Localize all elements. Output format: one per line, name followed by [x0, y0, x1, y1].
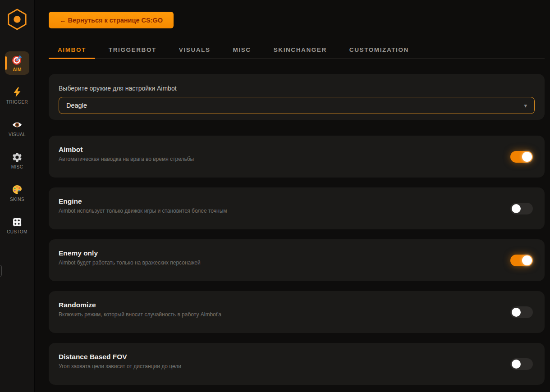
setting-card-randomize: Randomize Включить режим, который вносит… — [49, 291, 545, 333]
setting-description: Включить режим, который вносит случайнос… — [59, 311, 221, 318]
setting-title: Aimbot — [59, 146, 194, 154]
app-window: AIM TRIGGER VISUAL — [0, 0, 550, 385]
toggle-randomize[interactable] — [510, 306, 533, 318]
main-content: ← Вернуться к странице CS:GO AIMBOT TRIG… — [36, 0, 550, 385]
sidebar-item-label: VISUAL — [9, 132, 26, 137]
setting-text: Distance Based FOV Угол захвата цели зав… — [59, 353, 181, 385]
setting-title: Distance Based FOV — [59, 353, 181, 361]
setting-description: Угол захвата цели зависит от дистанции д… — [59, 363, 181, 369]
toggle-engine[interactable] — [510, 203, 533, 214]
setting-text: Aimbot Автоматическая наводка на врага в… — [59, 146, 194, 178]
sidebar-item-aim[interactable]: AIM — [5, 51, 29, 75]
toggle-knob — [522, 152, 532, 162]
back-button[interactable]: ← Вернуться к странице CS:GO — [49, 12, 174, 28]
lightning-icon — [11, 87, 23, 98]
sidebar-item-label: MISC — [11, 164, 23, 169]
setting-text: Enemy only Aimbot будет работать только … — [59, 249, 201, 281]
toggle-knob — [512, 204, 521, 213]
setting-card-aimbot: Aimbot Автоматическая наводка на врага в… — [49, 136, 545, 178]
scroll-indicator[interactable] — [0, 265, 2, 277]
setting-text: Randomize Включить режим, который вносит… — [59, 301, 221, 333]
sidebar: AIM TRIGGER VISUAL — [0, 0, 35, 392]
sidebar-item-label: TRIGGER — [6, 100, 28, 105]
eye-icon — [11, 119, 23, 131]
tab-aimbot[interactable]: AIMBOT — [49, 42, 95, 58]
weapon-select-dropdown[interactable]: Deagle ▾ — [59, 97, 535, 114]
app-logo[interactable] — [7, 8, 28, 31]
toggle-aimbot[interactable] — [510, 151, 533, 163]
setting-title: Engine — [59, 197, 227, 205]
toggle-knob — [512, 360, 521, 369]
target-dart-icon — [11, 54, 23, 66]
sidebar-item-label: SKINS — [10, 197, 24, 202]
sidebar-item-misc[interactable]: MISC — [5, 149, 29, 172]
palette-icon — [11, 184, 23, 196]
toggle-knob — [522, 255, 532, 265]
tab-skinchanger[interactable]: SKINCHANGER — [265, 42, 336, 58]
chevron-down-icon: ▾ — [524, 102, 527, 109]
sidebar-item-label: CUSTOM — [7, 229, 28, 234]
toggle-knob — [512, 308, 521, 317]
setting-card-enemy-only: Enemy only Aimbot будет работать только … — [49, 239, 545, 281]
sidebar-nav: AIM TRIGGER VISUAL — [5, 51, 29, 237]
sidebar-item-custom[interactable]: CUSTOM — [5, 214, 29, 237]
setting-title: Randomize — [59, 301, 221, 309]
toggle-distance-fov[interactable] — [510, 358, 533, 370]
sidebar-item-label: AIM — [13, 67, 22, 72]
tab-triggerbot[interactable]: TRIGGERBOT — [100, 42, 165, 58]
selected-weapon-value: Deagle — [66, 102, 87, 109]
toggle-enemy-only[interactable] — [510, 255, 533, 266]
gear-icon — [11, 151, 23, 163]
setting-card-distance-fov: Distance Based FOV Угол захвата цели зав… — [49, 343, 545, 385]
weapon-select-label: Выберите оружие для настройки Aimbot — [59, 85, 535, 92]
setting-description: Aimbot будет работать только на вражески… — [59, 260, 201, 266]
dice-icon — [11, 216, 23, 228]
setting-card-engine: Engine Aimbot использует только движок и… — [49, 187, 545, 229]
tab-customization[interactable]: CUSTOMIZATION — [340, 42, 418, 58]
setting-description: Автоматическая наводка на врага во время… — [59, 156, 194, 162]
sidebar-item-trigger[interactable]: TRIGGER — [5, 84, 29, 107]
setting-description: Aimbot использует только движок игры и с… — [59, 208, 227, 214]
sidebar-item-visual[interactable]: VISUAL — [5, 116, 29, 140]
setting-text: Engine Aimbot использует только движок и… — [59, 197, 227, 229]
tab-visuals[interactable]: VISUALS — [170, 42, 220, 58]
sidebar-item-skins[interactable]: SKINS — [5, 181, 29, 205]
tab-misc[interactable]: MISC — [224, 42, 260, 58]
hexagon-logo-icon — [7, 8, 28, 31]
weapon-select-card: Выберите оружие для настройки Aimbot Dea… — [49, 74, 545, 120]
tab-bar: AIMBOT TRIGGERBOT VISUALS MISC SKINCHANG… — [49, 42, 545, 59]
setting-title: Enemy only — [59, 249, 201, 257]
